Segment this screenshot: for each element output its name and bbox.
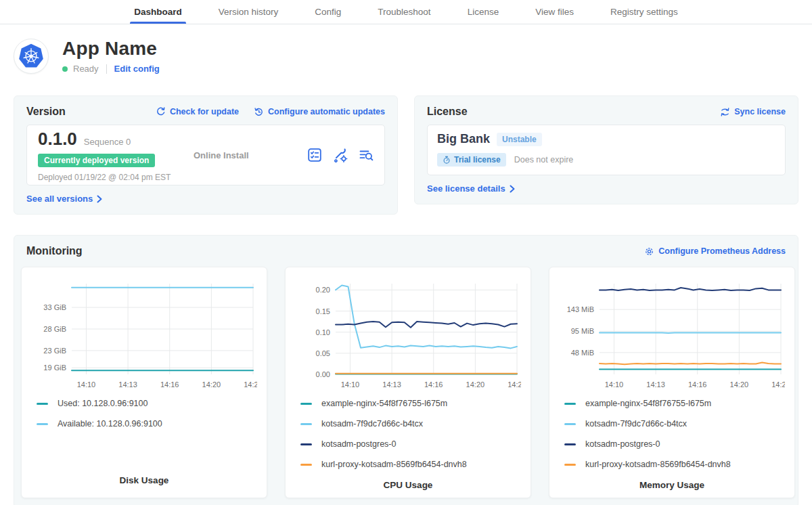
configure-prometheus-link[interactable]: Configure Prometheus Address xyxy=(644,246,786,257)
cpu-usage-legend: example-nginx-54f8f76755-l675mkotsadm-7f… xyxy=(295,399,521,480)
page-title: App Name xyxy=(62,38,160,60)
memory-usage-chart: 14:1014:1314:1614:2014:2348 MiB95 MiB143… xyxy=(559,277,785,393)
tab-dashboard[interactable]: Dashboard xyxy=(134,0,182,24)
svg-text:14:10: 14:10 xyxy=(341,380,360,389)
license-card: License Sync license Big Bank xyxy=(414,95,798,204)
sync-arrows-icon xyxy=(720,107,730,117)
version-card: Version Check for update xyxy=(14,95,398,215)
cpu-usage-plot: 14:1014:1314:1614:2014:230.000.050.100.1… xyxy=(295,277,521,393)
svg-text:0.10: 0.10 xyxy=(316,328,330,336)
trial-license-label: Trial license xyxy=(454,155,501,164)
legend-item: kotsadm-7f9dc7d66c-b4tcx xyxy=(300,419,521,429)
status-dot-icon xyxy=(62,66,68,72)
legend-swatch-icon xyxy=(564,464,576,466)
svg-text:14:23: 14:23 xyxy=(508,380,521,389)
legend-item: kurl-proxy-kotsadm-8569fb6454-dnvh8 xyxy=(564,460,785,469)
cpu-usage-chart: 14:1014:1314:1614:2014:230.000.050.100.1… xyxy=(295,277,521,393)
tab-troubleshoot[interactable]: Troubleshoot xyxy=(378,0,430,24)
monitoring-header: Monitoring Configure Prometheus Address xyxy=(26,245,786,257)
svg-text:14:13: 14:13 xyxy=(646,380,665,389)
license-card-header: License Sync license xyxy=(427,106,786,118)
svg-text:0.00: 0.00 xyxy=(316,370,330,378)
chart-title: Memory Usage xyxy=(559,480,785,493)
chart-card: 14:1014:1314:1614:2014:230.000.050.100.1… xyxy=(285,267,531,498)
configure-prometheus-label: Configure Prometheus Address xyxy=(658,246,786,256)
svg-text:143 MiB: 143 MiB xyxy=(567,305,594,313)
deployed-status-badge: Currently deployed version xyxy=(38,154,155,167)
disk-usage-legend: Used: 10.128.0.96:9100Available: 10.128.… xyxy=(31,399,257,439)
tab-config[interactable]: Config xyxy=(315,0,341,24)
legend-label: Available: 10.128.0.96:9100 xyxy=(58,419,162,429)
configure-automatic-updates-label: Configure automatic updates xyxy=(268,107,385,116)
legend-item: Used: 10.128.0.96:9100 xyxy=(37,399,257,408)
top-nav: DashboardVersion historyConfigTroublesho… xyxy=(0,0,812,24)
stopwatch-icon xyxy=(443,156,451,164)
svg-text:19 GiB: 19 GiB xyxy=(43,364,66,372)
disk-usage-chart: 14:1014:1314:1614:2014:2319 GiB23 GiB28 … xyxy=(31,277,257,393)
svg-text:33 GiB: 33 GiB xyxy=(43,303,66,311)
divider xyxy=(106,64,107,74)
see-all-versions-link[interactable]: See all versions xyxy=(26,194,103,204)
legend-swatch-icon xyxy=(300,443,312,445)
legend-swatch-icon xyxy=(300,403,312,405)
svg-text:0.20: 0.20 xyxy=(316,286,330,294)
svg-text:14:20: 14:20 xyxy=(730,380,749,389)
legend-swatch-icon xyxy=(37,403,48,405)
legend-item: kotsadm-postgres-0 xyxy=(564,439,785,449)
trial-license-badge: Trial license xyxy=(437,153,506,167)
svg-text:23 GiB: 23 GiB xyxy=(43,347,66,355)
legend-swatch-icon xyxy=(300,464,312,466)
app-status: Ready xyxy=(73,64,99,74)
svg-text:0.05: 0.05 xyxy=(316,349,330,357)
edit-config-link[interactable]: Edit config xyxy=(114,64,160,74)
legend-label: kurl-proxy-kotsadm-8569fb6454-dnvh8 xyxy=(585,460,731,469)
see-license-details-link[interactable]: See license details xyxy=(427,183,516,194)
version-action-icons xyxy=(307,148,374,162)
version-sequence: Sequence 0 xyxy=(84,137,131,147)
legend-label: kotsadm-7f9dc7d66c-b4tcx xyxy=(321,419,423,429)
chart-card: 14:1014:1314:1614:2014:2348 MiB95 MiB143… xyxy=(549,267,795,498)
tab-license[interactable]: License xyxy=(468,0,499,24)
svg-text:14:16: 14:16 xyxy=(160,380,179,389)
monitoring-section: Monitoring Configure Prometheus Address … xyxy=(14,235,798,505)
svg-text:14:20: 14:20 xyxy=(466,380,485,389)
app-status-row: Ready Edit config xyxy=(62,64,160,74)
monitoring-title: Monitoring xyxy=(26,245,83,257)
legend-label: kurl-proxy-kotsadm-8569fb6454-dnvh8 xyxy=(321,460,467,469)
chart-title: CPU Usage xyxy=(295,480,521,493)
channel-badge: Unstable xyxy=(497,133,542,146)
see-all-versions-label: See all versions xyxy=(26,194,93,204)
tab-version-history[interactable]: Version history xyxy=(219,0,279,24)
see-license-details-label: See license details xyxy=(427,183,505,194)
svg-text:14:23: 14:23 xyxy=(771,380,785,389)
configure-automatic-updates-link[interactable]: Configure automatic updates xyxy=(254,107,385,117)
legend-item: kurl-proxy-kotsadm-8569fb6454-dnvh8 xyxy=(300,460,521,469)
legend-label: kotsadm-postgres-0 xyxy=(321,439,396,449)
chart-title: Disk Usage xyxy=(31,475,257,488)
legend-label: kotsadm-7f9dc7d66c-b4tcx xyxy=(585,419,687,429)
gear-icon xyxy=(644,246,654,257)
memory-usage-plot: 14:1014:1314:1614:2014:2348 MiB95 MiB143… xyxy=(559,277,785,393)
preflight-checks-icon[interactable] xyxy=(307,148,322,162)
scheduled-update-icon xyxy=(254,107,264,117)
config-icon[interactable] xyxy=(333,148,348,162)
license-card-title: License xyxy=(427,106,468,118)
legend-item: example-nginx-54f8f76755-l675m xyxy=(300,399,521,408)
deployed-version-panel: 0.1.0 Sequence 0 Currently deployed vers… xyxy=(26,125,385,185)
legend-label: kotsadm-postgres-0 xyxy=(585,439,660,449)
logs-icon[interactable] xyxy=(359,148,374,162)
chart-card: 14:1014:1314:1614:2014:2319 GiB23 GiB28 … xyxy=(21,267,267,498)
deployed-timestamp: Deployed 01/19/22 @ 02:04 pm EST xyxy=(38,173,194,182)
version-number: 0.1.0 xyxy=(38,129,77,150)
customer-name: Big Bank xyxy=(437,132,490,146)
svg-text:14:13: 14:13 xyxy=(382,380,401,389)
tab-view-files[interactable]: View files xyxy=(535,0,574,24)
sync-license-label: Sync license xyxy=(734,107,786,116)
check-for-update-label: Check for update xyxy=(170,107,239,116)
chevron-right-icon xyxy=(96,195,103,203)
tab-registry-settings[interactable]: Registry settings xyxy=(610,0,678,24)
check-for-update-link[interactable]: Check for update xyxy=(156,107,239,117)
sync-license-link[interactable]: Sync license xyxy=(720,107,786,117)
install-type: Online Install xyxy=(194,150,307,160)
refresh-icon xyxy=(156,107,166,117)
